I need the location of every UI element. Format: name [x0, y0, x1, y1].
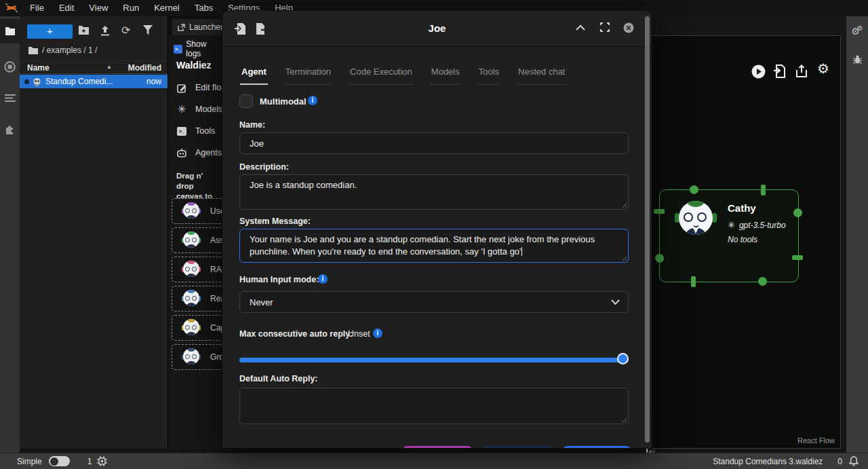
- kernel-count: 1: [87, 457, 92, 466]
- chevron-down-icon: [611, 299, 620, 305]
- info-icon[interactable]: i: [318, 274, 328, 284]
- max-auto-reply-label: Max consecutive auto reply:: [239, 329, 353, 339]
- react-flow-attribution: React Flow: [797, 436, 835, 445]
- tab-agent[interactable]: Agent: [240, 62, 268, 85]
- node-handle-right-bar[interactable]: [792, 255, 803, 260]
- node-handle-top-bar[interactable]: [761, 185, 766, 195]
- node-handle-left-circle[interactable]: [655, 254, 664, 263]
- breadcrumb[interactable]: / examples / 1 /: [28, 45, 97, 55]
- modal-scrollbar[interactable]: [645, 16, 650, 443]
- agent-node-cathy[interactable]: Cathy ✳ gpt-3.5-turbo No tools: [659, 189, 799, 282]
- agent-card-group-manager[interactable]: Gro: [172, 344, 222, 370]
- default-auto-reply-label: Default Auto Reply:: [239, 374, 318, 383]
- menu-view[interactable]: View: [81, 0, 115, 16]
- debugger-bug-icon[interactable]: [846, 54, 868, 64]
- close-icon[interactable]: [623, 22, 634, 33]
- agent-card-rag-user[interactable]: RA: [172, 257, 222, 282]
- cancel-button[interactable]: Cancel: [402, 446, 473, 449]
- menu-tabs[interactable]: Tabs: [187, 0, 220, 16]
- show-logs-button[interactable]: >_ Show logs: [174, 39, 222, 58]
- property-inspector-gears-icon[interactable]: ⚙⚙: [846, 24, 868, 37]
- tab-tools[interactable]: Tools: [477, 62, 500, 85]
- waldiez-sidebar-panel: Launcher >_ Show logs Waldiez Edit flo ✳…: [167, 16, 222, 449]
- agent-card-label: Rea: [210, 294, 222, 303]
- openai-icon: ✳: [728, 220, 735, 230]
- status-file-name: Standup Comedians 3.waldiez: [713, 457, 823, 466]
- node-title: Cathy: [728, 202, 756, 214]
- node-handle-bottom-bar[interactable]: [691, 276, 696, 287]
- file-browser-icon[interactable]: [0, 19, 20, 43]
- node-handle-bottom-circle[interactable]: [758, 277, 767, 286]
- info-icon[interactable]: i: [373, 329, 382, 338]
- max-auto-reply-slider[interactable]: [239, 358, 629, 362]
- slider-knob[interactable]: [617, 353, 629, 364]
- sidebar-item-models[interactable]: ✳ Models: [176, 102, 222, 117]
- robot-icon: [176, 148, 187, 158]
- column-name[interactable]: Name: [27, 63, 50, 73]
- sidebar-item-agents[interactable]: Agents: [176, 145, 222, 160]
- tab-models[interactable]: Models: [430, 62, 461, 85]
- resize-grip-icon[interactable]: [620, 255, 627, 261]
- resize-grip-icon[interactable]: [620, 416, 627, 422]
- multimodal-checkbox[interactable]: [239, 94, 253, 108]
- menu-file[interactable]: File: [22, 0, 52, 16]
- tab-code-execution[interactable]: Code Execution: [349, 62, 414, 85]
- cpu-chip-icon[interactable]: [97, 456, 107, 466]
- agent-card-reasoning[interactable]: Rea: [172, 286, 222, 312]
- save-button[interactable]: Save: [562, 446, 631, 449]
- mode-label: Simple: [17, 457, 42, 466]
- new-folder-icon[interactable]: [78, 25, 90, 35]
- tab-termination[interactable]: Termination: [284, 62, 332, 85]
- settings-gear-icon[interactable]: ⚙: [817, 60, 829, 77]
- agent-card-label: Gro: [210, 352, 222, 362]
- menu-edit[interactable]: Edit: [52, 0, 81, 16]
- bell-icon[interactable]: [849, 456, 859, 466]
- extensions-icon[interactable]: [0, 117, 20, 141]
- import-flow-icon[interactable]: [774, 64, 786, 78]
- description-textarea[interactable]: Joe is a standup comedian.: [239, 174, 629, 210]
- menu-kernel[interactable]: Kernel: [146, 0, 187, 16]
- activity-bar: [0, 16, 20, 453]
- menu-run[interactable]: Run: [115, 0, 146, 16]
- resize-grip-icon[interactable]: [620, 202, 627, 208]
- sidebar-item-label: Models: [195, 105, 222, 114]
- mode-toggle[interactable]: [49, 456, 70, 466]
- name-input[interactable]: [239, 132, 629, 154]
- export-share-icon[interactable]: [795, 64, 808, 78]
- save-and-close-button[interactable]: Save & Close: [481, 446, 554, 449]
- upload-icon[interactable]: [100, 25, 110, 36]
- assistant-agent-avatar: [182, 231, 201, 250]
- system-message-textarea[interactable]: Your name is Joe and you are a standup c…: [239, 229, 629, 263]
- filter-icon[interactable]: [143, 25, 153, 35]
- agent-card-user[interactable]: Use: [172, 198, 222, 224]
- default-auto-reply-textarea[interactable]: [239, 388, 629, 424]
- sidebar-item-tools[interactable]: >_ Tools: [176, 124, 222, 138]
- right-sidebar-strip: ⚙⚙: [846, 16, 868, 469]
- node-handle-top-circle[interactable]: [690, 185, 698, 194]
- running-kernels-icon[interactable]: [0, 54, 20, 79]
- file-modified: now: [146, 77, 161, 86]
- sort-asc-icon[interactable]: ▲: [106, 64, 112, 70]
- cathy-avatar: [675, 200, 717, 242]
- user-agent-avatar: [182, 202, 201, 221]
- agent-card-captain[interactable]: Cap: [172, 315, 222, 341]
- refresh-icon[interactable]: ⟳: [121, 24, 130, 37]
- terminal-icon: >_: [176, 127, 187, 136]
- collapse-chevron-up-icon[interactable]: [576, 24, 585, 31]
- run-flow-icon[interactable]: [751, 64, 766, 79]
- tab-nested-chat[interactable]: Nested chat: [517, 62, 566, 85]
- flow-canvas[interactable]: ⚙ Cathy ✳ gpt-3.5-turbo No tools: [651, 35, 841, 449]
- openai-icon: ✳: [176, 103, 187, 115]
- sidebar-item-edit-flow[interactable]: Edit flo: [176, 80, 222, 95]
- new-launcher-button[interactable]: +: [27, 24, 73, 39]
- fullscreen-icon[interactable]: [600, 22, 610, 32]
- node-handle-left-bar[interactable]: [654, 209, 665, 214]
- file-row[interactable]: Standup Comedi... now: [20, 75, 167, 88]
- agent-card-assistant[interactable]: Ass: [172, 227, 222, 253]
- info-icon[interactable]: i: [308, 96, 317, 105]
- column-modified[interactable]: Modified: [128, 63, 161, 73]
- human-input-mode-select[interactable]: Never: [239, 291, 629, 313]
- node-handle-right-circle[interactable]: [793, 208, 802, 217]
- table-of-contents-icon[interactable]: [0, 86, 20, 110]
- tab-launcher[interactable]: Launcher: [172, 19, 222, 35]
